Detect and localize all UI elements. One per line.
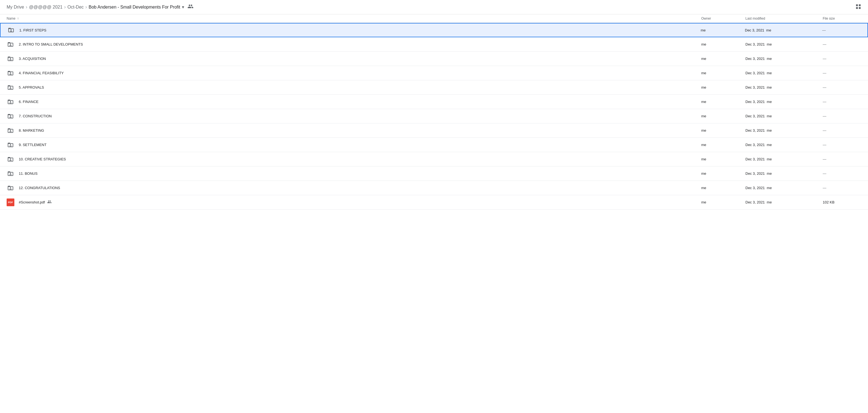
cell-size: — [823,186,861,190]
cell-modified: Dec 3, 2021 me [745,114,823,118]
cell-owner: me [701,57,745,61]
file-name: 4. FINANCIAL FEASIBILITY [19,71,64,75]
column-name-label: Name [7,17,16,21]
cell-modified: Dec 3, 2021 me [745,85,823,90]
breadcrumb-dropdown-arrow[interactable]: ▾ [182,4,184,10]
cell-modified: Dec 3, 2021 me [745,171,823,176]
table-row[interactable]: 5. APPROVALS me Dec 3, 2021 me — [0,80,868,95]
folder-shared-icon [7,69,14,77]
cell-modified: Dec 3, 2021 me [745,157,823,161]
folder-shared-icon [7,155,14,163]
cell-size: — [823,171,861,176]
cell-name: 11. BONUS [7,170,701,178]
folder-shared-icon [7,26,15,34]
breadcrumb: My Drive › @@@@@ 2021 › Oct-Dec › Bob An… [7,3,193,11]
folder-shared-icon [7,98,14,106]
folder-shared-icon [7,113,14,120]
grid-view-button[interactable] [855,4,861,10]
cell-owner: me [701,157,745,161]
column-owner: Owner [701,17,745,21]
file-name: 6. FINANCE [19,100,39,104]
folder-shared-icon [7,55,14,63]
cell-modified: Dec 3, 2021 me [745,200,823,204]
cell-size: — [823,57,861,61]
folder-shared-icon [7,141,14,149]
cell-name: 7. CONSTRUCTION [7,113,701,120]
cell-name: 12. CONGRATULATIONS [7,184,701,192]
table-row[interactable]: 2. INTRO TO SMALL DEVELOPMENTS me Dec 3,… [0,37,868,52]
cell-name: 9. SETTLEMENT [7,141,701,149]
shared-people-icon[interactable] [187,3,193,11]
cell-name: 10. CREATIVE STRATEGIES [7,155,701,163]
file-name: #Screenshot.pdf [19,200,52,205]
cell-owner: me [701,42,745,46]
file-name: 1. FIRST STEPS [19,28,46,32]
cell-modified: Dec 3, 2021 me [745,28,822,32]
table-row[interactable]: 11. BONUS me Dec 3, 2021 me — [0,166,868,181]
table-row[interactable]: 7. CONSTRUCTION me Dec 3, 2021 me — [0,109,868,123]
file-name: 5. APPROVALS [19,85,44,90]
sort-ascending-icon: ↑ [17,17,19,21]
cell-modified: Dec 3, 2021 me [745,57,823,61]
file-name: 12. CONGRATULATIONS [19,186,60,190]
folder-shared-icon [7,170,14,178]
cell-owner: me [701,143,745,147]
cell-owner: me [701,71,745,75]
table-row[interactable]: 8. MARKETING me Dec 3, 2021 me — [0,123,868,138]
cell-modified: Dec 3, 2021 me [745,186,823,190]
cell-name: 4. FINANCIAL FEASIBILITY [7,69,701,77]
file-name: 8. MARKETING [19,128,44,132]
cell-size: — [823,100,861,104]
cell-modified: Dec 3, 2021 me [745,128,823,132]
cell-modified: Dec 3, 2021 me [745,42,823,46]
table-row[interactable]: 12. CONGRATULATIONS me Dec 3, 2021 me — [0,181,868,195]
table-row[interactable]: 3. ACQUISITION me Dec 3, 2021 me — [0,52,868,66]
cell-size: — [823,114,861,118]
cell-owner: me [701,128,745,132]
folder-shared-icon [7,84,14,91]
cell-size: — [823,71,861,75]
column-file-size: File size [823,17,861,21]
breadcrumb-sep-1: › [26,4,27,10]
table-row[interactable]: 6. FINANCE me Dec 3, 2021 me — [0,95,868,109]
cell-size: — [823,85,861,90]
cell-modified: Dec 3, 2021 me [745,143,823,147]
cell-owner: me [701,200,745,204]
cell-modified: Dec 3, 2021 me [745,100,823,104]
column-name[interactable]: Name ↑ [7,17,701,21]
cell-name: PDF #Screenshot.pdf [7,198,701,206]
breadcrumb-my-drive[interactable]: My Drive [7,5,24,10]
table-row[interactable]: 9. SETTLEMENT me Dec 3, 2021 me — [0,138,868,152]
cell-owner: me [701,171,745,176]
file-name: 2. INTRO TO SMALL DEVELOPMENTS [19,42,83,46]
table-row[interactable]: 1. FIRST STEPS me Dec 3, 2021 me — [0,23,868,37]
cell-owner: me [701,85,745,90]
breadcrumb-sep-3: › [85,4,87,10]
folder-shared-icon [7,184,14,192]
folder-shared-icon [7,40,14,48]
cell-owner: me [701,186,745,190]
cell-name: 6. FINANCE [7,98,701,106]
breadcrumb-quarter[interactable]: Oct-Dec [67,5,84,10]
cell-name: 2. INTRO TO SMALL DEVELOPMENTS [7,40,701,48]
table-row[interactable]: PDF #Screenshot.pdf me Dec 3, 2021 me 10… [0,195,868,210]
breadcrumb-current-label: Bob Andersen - Small Developments For Pr… [89,5,180,10]
breadcrumb-current: Bob Andersen - Small Developments For Pr… [89,4,184,10]
cell-size: — [822,28,861,32]
cell-name: 1. FIRST STEPS [7,26,701,34]
file-name: 10. CREATIVE STRATEGIES [19,157,66,161]
cell-modified: Dec 3, 2021 me [745,71,823,75]
breadcrumb-sep-2: › [64,4,66,10]
cell-name: 3. ACQUISITION [7,55,701,63]
cell-owner: me [701,114,745,118]
header: My Drive › @@@@@ 2021 › Oct-Dec › Bob An… [0,0,868,14]
table-header: Name ↑ Owner Last modified File size [0,14,868,23]
breadcrumb-year[interactable]: @@@@@ 2021 [29,5,62,10]
table-row[interactable]: 10. CREATIVE STRATEGIES me Dec 3, 2021 m… [0,152,868,166]
cell-size: — [823,143,861,147]
cell-size: — [823,157,861,161]
cell-owner: me [701,100,745,104]
table-row[interactable]: 4. FINANCIAL FEASIBILITY me Dec 3, 2021 … [0,66,868,80]
pdf-file-icon: PDF [7,198,14,206]
file-name: 9. SETTLEMENT [19,143,46,147]
